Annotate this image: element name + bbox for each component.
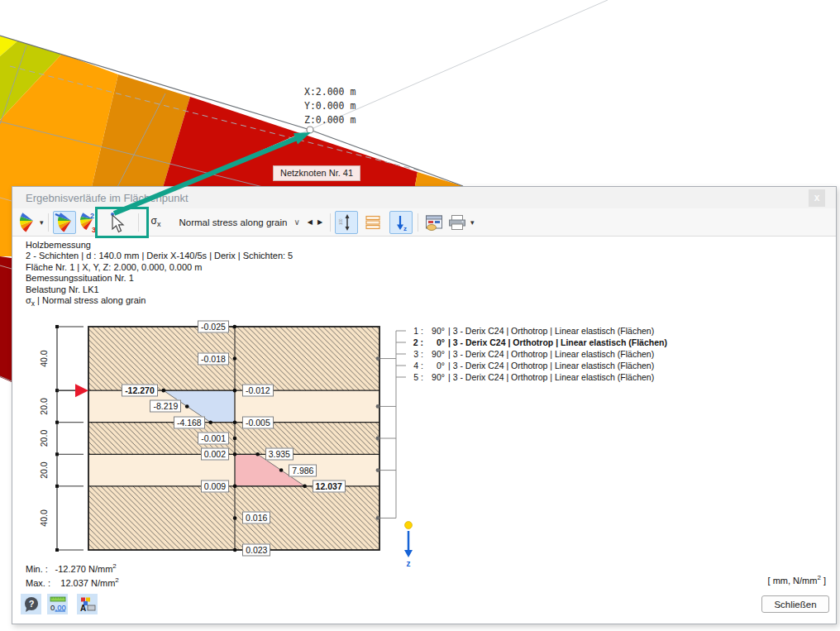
- toolbar-separator: [418, 213, 418, 232]
- decimal-places-button[interactable]: 0 ,00: [47, 594, 68, 614]
- info-line: 2 - Schichten | d : 140.0 mm | Derix X-1…: [26, 251, 293, 261]
- toolbar-separator: [48, 213, 49, 232]
- chevron-down-icon[interactable]: ▾: [470, 218, 475, 227]
- stress-value-label: 0.002: [201, 448, 229, 461]
- svg-text:20.0: 20.0: [39, 461, 49, 479]
- svg-text:z: z: [403, 224, 407, 232]
- z-direction-toggle-button[interactable]: z: [389, 211, 413, 234]
- svg-text:2: 2: [90, 212, 94, 220]
- results-surface-fan-icon: [54, 212, 75, 233]
- dialog-options-buttons: ? 0 ,00 A: [21, 594, 98, 614]
- layer-legend: 1 :90°| 3 - Derix C24 | Orthotrop | Line…: [412, 325, 667, 383]
- print-button[interactable]: [446, 211, 469, 234]
- dialog-toolbar: ▾ 2 3: [12, 208, 836, 237]
- coordinate-line: Y:0.000 m: [304, 99, 356, 113]
- select-point-button[interactable]: [105, 211, 128, 234]
- results-two-three-button[interactable]: 2 3: [76, 211, 99, 234]
- svg-text:0: 0: [50, 602, 55, 611]
- stress-value-label: -0.012: [242, 385, 274, 397]
- svg-text:,00: ,00: [55, 602, 65, 611]
- stress-diagram-svg: 40.020.020.020.040.0z: [37, 315, 434, 571]
- section-height-toggle-button[interactable]: 100: [335, 211, 358, 234]
- printer-icon: [447, 213, 467, 232]
- toolbar-separator: [138, 213, 139, 232]
- report-icon: [424, 213, 444, 232]
- position-marker-arrow: [75, 384, 88, 397]
- svg-text:40.0: 40.0: [39, 350, 49, 367]
- svg-text:100: 100: [339, 218, 343, 224]
- close-icon[interactable]: x: [809, 189, 825, 207]
- info-line: Bemessungssituation Nr. 1: [26, 273, 293, 284]
- chevron-down-icon[interactable]: ▾: [40, 218, 44, 227]
- stress-value-label: -12.270: [122, 385, 158, 397]
- results-fan-23-icon: 2 3: [77, 212, 98, 233]
- legend-row: 3 :90°| 3 - Derix C24 | Orthotrop | Line…: [412, 348, 667, 360]
- dialog-titlebar[interactable]: Ergebnisverläufe im Flächenpunkt x: [12, 187, 836, 208]
- stress-value-label: 0.016: [242, 512, 270, 524]
- section-height-icon: 100: [337, 213, 356, 232]
- units-note: [ mm, N/mm2 ]: [768, 574, 826, 586]
- printout-report-button[interactable]: [422, 211, 446, 234]
- svg-text:A: A: [80, 604, 86, 613]
- results-surface-button[interactable]: [53, 211, 76, 234]
- svg-text:z: z: [407, 559, 411, 568]
- info-line: Belastung Nr. LK1: [26, 284, 293, 295]
- previous-result-button[interactable]: ◀: [305, 218, 315, 226]
- display-properties-icon: A: [79, 595, 97, 614]
- stress-value-label: -0.025: [198, 321, 229, 333]
- help-balloon-icon: ?: [22, 595, 41, 614]
- stress-value-label: 12.037: [313, 480, 346, 492]
- min-value-line: Min. :-12.270 N/mm2: [26, 561, 119, 575]
- help-button[interactable]: ?: [21, 594, 41, 614]
- svg-text:3: 3: [92, 226, 96, 233]
- result-diagrams-dialog: Ergebnisverläufe im Flächenpunkt x ▾: [12, 186, 837, 624]
- stress-value-label: -4.168: [174, 416, 205, 428]
- legend-row: 5 :90°| 3 - Derix C24 | Orthotrop | Line…: [412, 371, 667, 383]
- info-line: Holzbemessung: [26, 240, 293, 251]
- coordinate-line: X:2.000 m: [304, 85, 356, 99]
- max-value-line: Max. :12.037 N/mm2: [26, 575, 119, 589]
- svg-text:?: ?: [28, 599, 34, 609]
- stress-value-label: 7.986: [289, 464, 317, 476]
- legend-row: 2 :0°| 3 - Derix C24 | Orthotrop | Linea…: [412, 337, 667, 348]
- layers-toggle-button[interactable]: [361, 211, 384, 234]
- results-fan-icon: [16, 212, 37, 233]
- z-direction-icon: z: [392, 213, 410, 232]
- stress-symbol-label: σx: [151, 215, 161, 228]
- minmax-readout: Min. :-12.270 N/mm2 Max. :12.037 N/mm2: [26, 561, 119, 589]
- result-info-block: Holzbemessung2 - Schichten | d : 140.0 m…: [26, 240, 293, 310]
- stress-value-label: -0.018: [198, 352, 229, 365]
- results-fan-button[interactable]: [15, 211, 38, 234]
- dialog-title: Ergebnisverläufe im Flächenpunkt: [26, 192, 809, 204]
- result-type-dropdown[interactable]: Normal stress along grain: [179, 218, 287, 227]
- next-result-button[interactable]: ▶: [315, 218, 325, 226]
- legend-row: 1 :90°| 3 - Derix C24 | Orthotrop | Line…: [412, 325, 667, 337]
- svg-text:20.0: 20.0: [39, 398, 49, 415]
- svg-text:40.0: 40.0: [39, 509, 49, 527]
- close-dialog-button[interactable]: Schließen: [761, 595, 829, 613]
- layers-icon: [364, 213, 382, 232]
- coordinates-readout: X:2.000 mY:0.000 mZ:0.000 m: [304, 85, 356, 127]
- toolbar-separator: [330, 213, 331, 232]
- info-line-stress: σx | Normal stress along grain: [26, 295, 293, 310]
- stress-value-label: -0.005: [242, 416, 274, 428]
- stress-value-label: 0.023: [242, 544, 270, 557]
- legend-row: 4 :0°| 3 - Derix C24 | Orthotrop | Linea…: [412, 360, 667, 371]
- z-axis-symbol: z: [404, 522, 413, 569]
- stress-value-label: -0.001: [198, 433, 229, 445]
- select-pointer-icon: [107, 212, 126, 233]
- layer-stress-diagram: 40.020.020.020.040.0z-0.025-0.018-12.270…: [37, 315, 434, 571]
- svg-text:20.0: 20.0: [39, 430, 49, 447]
- stress-value-label: 3.935: [265, 448, 294, 461]
- stress-value-label: 0.009: [201, 480, 229, 492]
- info-line: Fläche Nr. 1 | X, Y, Z: 2.000, 0.000, 0.…: [26, 262, 293, 273]
- coordinate-line: Z:0.000 m: [304, 113, 356, 127]
- guide-line: [180, 0, 608, 186]
- chevron-down-icon[interactable]: ∨: [294, 218, 299, 227]
- display-properties-button[interactable]: A: [77, 594, 98, 614]
- node-tooltip: Netzknoten Nr. 41: [273, 165, 360, 181]
- decimal-places-icon: 0 ,00: [49, 595, 67, 614]
- stress-value-label: -8.219: [150, 400, 181, 413]
- mesh-node-marker[interactable]: [307, 127, 313, 133]
